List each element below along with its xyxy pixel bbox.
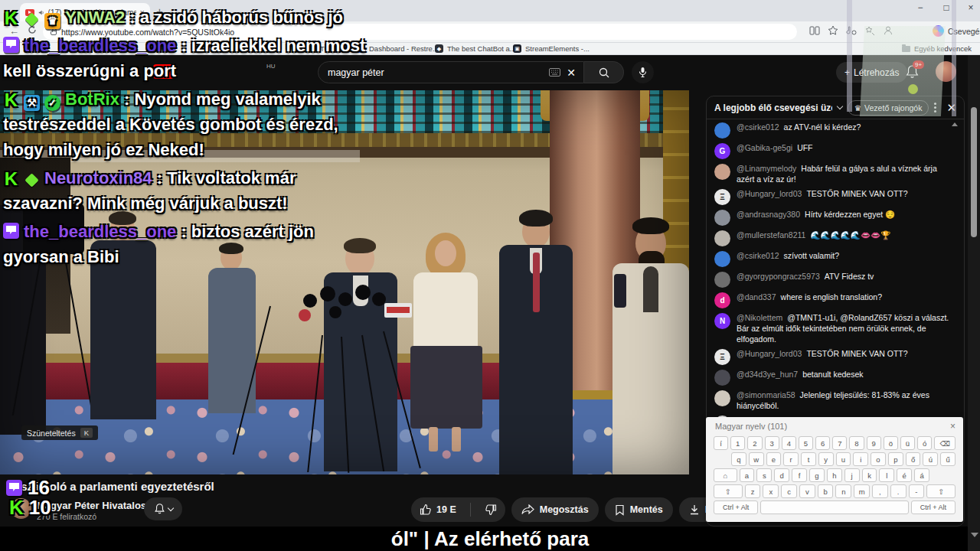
key-f[interactable]: f: [792, 468, 807, 482]
key-1[interactable]: 1: [730, 436, 745, 450]
chat-username[interactable]: @csirke012: [737, 251, 779, 260]
key-p[interactable]: p: [888, 452, 903, 466]
keyboard-close-icon[interactable]: ×: [950, 421, 956, 432]
key-,[interactable]: ,: [872, 484, 888, 498]
scrollbar-down-arrow[interactable]: [971, 533, 978, 537]
chat-avatar[interactable]: [714, 251, 730, 267]
key-3[interactable]: 3: [765, 436, 779, 450]
bookmark-item[interactable]: RDashboard - Restre...: [357, 44, 439, 53]
key-c[interactable]: c: [781, 484, 797, 498]
key-2[interactable]: 2: [747, 436, 762, 450]
chat-username[interactable]: @mullerstefan8211: [737, 230, 805, 240]
chat-message-row[interactable]: Ξ@Hungary_lord03TESTŐR MINEK VAN OTT?: [707, 187, 964, 207]
key-ctrl + alt[interactable]: Ctrl + Alt: [911, 500, 956, 514]
key-j[interactable]: j: [844, 468, 860, 482]
window-maximize-button[interactable]: □: [936, 2, 957, 13]
video-player[interactable]: [0, 90, 689, 474]
subscribed-bell-button[interactable]: [144, 497, 182, 520]
key-é[interactable]: é: [897, 468, 912, 482]
key-4[interactable]: 4: [782, 436, 796, 450]
key-k[interactable]: k: [862, 468, 877, 482]
key-i[interactable]: i: [853, 452, 868, 466]
notifications-button[interactable]: 9+: [905, 64, 920, 80]
chat-username[interactable]: @csirke012: [737, 122, 779, 132]
key-r[interactable]: r: [783, 452, 799, 466]
key-s[interactable]: s: [756, 468, 772, 482]
chat-avatar[interactable]: [714, 164, 730, 180]
chat-message-row[interactable]: N@Nikolettem@TMNT1-u1i, @RolandZ657 kösz…: [707, 311, 964, 347]
address-bar[interactable]: https://www.youtube.com/watch?v=5QUSItOk…: [43, 24, 797, 40]
key-v[interactable]: v: [799, 484, 815, 498]
refresh-icon[interactable]: [28, 25, 37, 34]
key-7[interactable]: 7: [832, 436, 847, 450]
youtube-logo-icon[interactable]: [153, 64, 174, 79]
key-n[interactable]: n: [835, 484, 851, 498]
chat-avatar[interactable]: Ξ: [714, 189, 730, 205]
key--[interactable]: -: [909, 484, 925, 498]
key-w[interactable]: w: [749, 452, 764, 466]
key-⇧[interactable]: ⇧: [714, 484, 743, 498]
key-z[interactable]: z: [745, 484, 761, 498]
share-button[interactable]: Megosztás: [511, 497, 599, 522]
key-t[interactable]: t: [801, 452, 816, 466]
dislike-button[interactable]: [476, 497, 505, 522]
chat-avatar[interactable]: [714, 210, 730, 226]
bookmark-item[interactable]: ◆The best ChatBot a...: [435, 44, 516, 53]
copilot-chat-button[interactable]: Csevegés: [933, 25, 980, 37]
chat-avatar[interactable]: G: [714, 143, 730, 159]
other-favorites-button[interactable]: Egyéb kedvencek: [902, 44, 972, 53]
key-q[interactable]: q: [731, 452, 746, 466]
chat-message-row[interactable]: d@dand337where is english translation?: [707, 290, 964, 311]
chat-username[interactable]: @Gabika-ge5gi: [737, 143, 792, 152]
new-tab-button[interactable]: +: [156, 5, 163, 18]
chat-avatar[interactable]: N: [714, 313, 730, 329]
chat-avatar[interactable]: [714, 230, 730, 246]
create-button[interactable]: + Létrehozás: [836, 62, 907, 83]
chat-username[interactable]: @simonmaria58: [737, 390, 795, 399]
chat-username[interactable]: @d34d3ye_hun7: [737, 370, 798, 379]
favorite-star-icon[interactable]: [827, 24, 841, 38]
key-ú[interactable]: ú: [923, 452, 938, 466]
chat-avatar[interactable]: [714, 122, 730, 139]
key-y[interactable]: y: [818, 452, 834, 466]
key-á[interactable]: á: [914, 468, 929, 482]
chat-avatar[interactable]: [714, 390, 730, 406]
chat-message-row[interactable]: Ξ@Hungary_lord03TESTŐR MINEK VAN OTT?: [707, 347, 964, 367]
tab-close-icon[interactable]: ×: [140, 8, 145, 17]
chat-message-row[interactable]: G@Gabika-ge5giUFF: [707, 141, 964, 161]
search-input[interactable]: [326, 67, 543, 79]
chat-username[interactable]: @gyorgypongracz5973: [737, 272, 820, 281]
back-icon[interactable]: ←: [9, 25, 19, 37]
key-g[interactable]: g: [809, 468, 825, 482]
window-close-button[interactable]: ×: [960, 2, 980, 13]
key-⌫[interactable]: ⌫: [934, 436, 956, 450]
chat-username[interactable]: @Nikolettem: [737, 313, 782, 322]
tab-audio-icon[interactable]: [38, 9, 44, 16]
search-button[interactable]: [584, 61, 624, 83]
chat-message-row[interactable]: @gyorgypongracz5973ATV Fidesz tv: [707, 269, 964, 290]
voice-search-button[interactable]: [632, 61, 654, 83]
like-button[interactable]: 19 E: [411, 497, 465, 522]
chat-avatar[interactable]: Ξ: [714, 349, 730, 365]
chat-username[interactable]: @Linamymelody: [737, 164, 796, 173]
key-d[interactable]: d: [774, 468, 789, 482]
chevron-down-icon[interactable]: [836, 103, 842, 109]
key-l[interactable]: l: [879, 468, 894, 482]
chat-message-row[interactable]: @csirke012szívott valamit?: [707, 249, 964, 269]
chat-message-row[interactable]: @d34d3ye_hun7betanult kedesek: [707, 367, 964, 388]
keyboard-icon[interactable]: [549, 68, 560, 77]
key-o[interactable]: o: [871, 452, 886, 466]
chat-username[interactable]: @Hungary_lord03: [737, 189, 802, 198]
key-e[interactable]: e: [766, 452, 782, 466]
key-m[interactable]: m: [854, 484, 870, 498]
browser-tab[interactable]: (17) Beszámoló a parlamenti e ×: [20, 3, 150, 21]
chat-menu-icon[interactable]: [934, 106, 936, 109]
profile-icon[interactable]: [882, 24, 896, 38]
chat-message-row[interactable]: @LinamymelodyHabár felül a gálya s alul …: [707, 161, 964, 187]
chat-message-row[interactable]: @mullerstefan8211🌊🌊🌊🌊🌊👄👄🏆: [707, 228, 964, 249]
key-ü[interactable]: ü: [900, 436, 915, 450]
collections-icon[interactable]: [864, 24, 877, 38]
save-button[interactable]: Mentés: [605, 497, 673, 522]
account-avatar[interactable]: [936, 61, 956, 82]
chat-avatar[interactable]: [714, 370, 730, 386]
